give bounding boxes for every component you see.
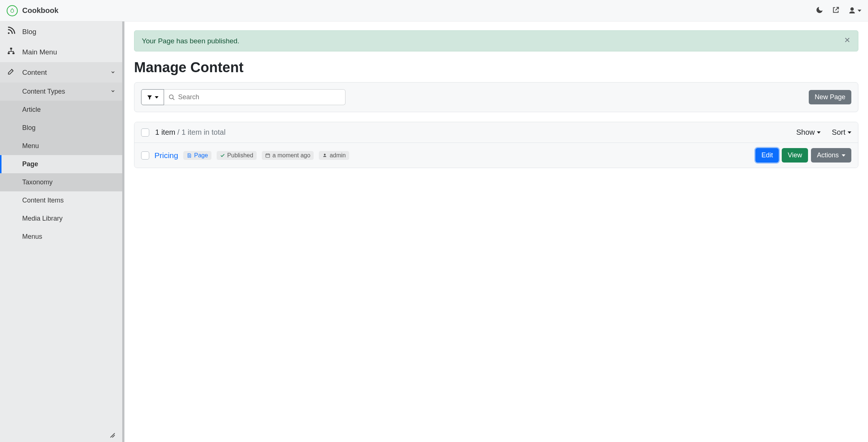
svg-point-0 bbox=[8, 32, 10, 34]
sidebar-item-content-items[interactable]: Content Items bbox=[0, 191, 122, 210]
count-primary: 1 item bbox=[155, 128, 175, 136]
caret-down-icon bbox=[848, 131, 851, 134]
sidebar-resize-handle[interactable] bbox=[0, 429, 122, 442]
badge-label: Published bbox=[227, 152, 253, 159]
brand-name: Cookbook bbox=[22, 6, 59, 15]
edit-icon bbox=[7, 67, 16, 77]
list-header: 1 item / 1 item in total Show Sort bbox=[134, 122, 858, 143]
alert-close-button[interactable] bbox=[844, 37, 851, 45]
select-all-checkbox[interactable] bbox=[141, 128, 149, 137]
sidebar-item-label: Main Menu bbox=[22, 48, 57, 56]
external-link-icon[interactable] bbox=[832, 6, 840, 16]
content-list: 1 item / 1 item in total Show Sort bbox=[134, 122, 858, 168]
calendar-icon bbox=[265, 153, 270, 158]
sidebar-type-taxonomy[interactable]: Taxonomy bbox=[0, 173, 122, 191]
user-menu[interactable] bbox=[848, 7, 861, 15]
success-alert: Your Page has been published. bbox=[134, 30, 858, 51]
new-page-button[interactable]: New Page bbox=[809, 90, 851, 104]
sort-dropdown[interactable]: Sort bbox=[832, 128, 851, 137]
edit-button[interactable]: Edit bbox=[755, 148, 779, 163]
count-secondary: 1 item in total bbox=[181, 128, 226, 136]
rss-icon bbox=[7, 27, 16, 37]
page-title: Manage Content bbox=[134, 60, 858, 76]
sidebar-item-label: Media Library bbox=[22, 215, 63, 222]
content-row: Pricing Page Published a moment ago bbox=[134, 143, 858, 168]
svg-rect-1 bbox=[10, 48, 12, 50]
sidebar-type-page[interactable]: Page bbox=[0, 155, 122, 173]
author-badge: admin bbox=[319, 151, 349, 160]
caret-down-icon bbox=[858, 10, 861, 12]
sidebar-type-menu[interactable]: Menu bbox=[0, 137, 122, 155]
svg-rect-2 bbox=[8, 53, 10, 54]
toolbar: New Page bbox=[134, 82, 858, 112]
badge-label: a moment ago bbox=[273, 152, 310, 159]
chevron-down-icon bbox=[110, 88, 116, 96]
topbar: Cookbook bbox=[0, 0, 868, 21]
dark-mode-icon[interactable] bbox=[815, 6, 824, 16]
sidebar-item-media-library[interactable]: Media Library bbox=[0, 210, 122, 228]
file-icon bbox=[187, 153, 192, 158]
row-checkbox[interactable] bbox=[141, 151, 149, 160]
sidebar-item-menus[interactable]: Menus bbox=[0, 228, 122, 246]
user-icon bbox=[322, 153, 327, 158]
check-icon bbox=[220, 153, 225, 158]
brand[interactable]: Cookbook bbox=[7, 5, 59, 16]
count-separator: / bbox=[175, 128, 181, 136]
button-label: Actions bbox=[817, 151, 839, 159]
sidebar-sub-content-types[interactable]: Content Types bbox=[0, 83, 122, 101]
sidebar-item-content[interactable]: Content bbox=[0, 62, 122, 83]
sidebar-item-label: Content Types bbox=[22, 88, 65, 96]
badge-label: admin bbox=[330, 152, 346, 159]
sidebar-item-label: Content bbox=[22, 68, 47, 77]
sidebar-item-label: Article bbox=[22, 106, 41, 114]
main-content: Your Page has been published. Manage Con… bbox=[124, 21, 868, 442]
sidebar-item-main-menu[interactable]: Main Menu bbox=[0, 42, 122, 62]
topbar-right bbox=[815, 6, 861, 16]
sidebar: Blog Main Menu Content Content Types bbox=[0, 21, 124, 442]
dropdown-label: Show bbox=[796, 128, 815, 137]
search-group bbox=[141, 89, 345, 105]
dropdown-label: Sort bbox=[832, 128, 845, 137]
sidebar-item-label: Menus bbox=[22, 233, 42, 241]
sidebar-item-label: Blog bbox=[22, 124, 36, 132]
search-input[interactable] bbox=[175, 90, 341, 105]
time-badge: a moment ago bbox=[262, 151, 314, 160]
sidebar-item-label: Content Items bbox=[22, 197, 64, 204]
svg-point-4 bbox=[169, 95, 173, 99]
show-dropdown[interactable]: Show bbox=[796, 128, 821, 137]
sidebar-type-blog[interactable]: Blog bbox=[0, 119, 122, 137]
search-icon bbox=[168, 94, 175, 101]
sidebar-item-label: Page bbox=[22, 160, 38, 168]
button-label: View bbox=[788, 151, 802, 159]
brand-logo-icon bbox=[7, 5, 18, 16]
button-label: New Page bbox=[815, 93, 845, 101]
sidebar-type-article[interactable]: Article bbox=[0, 101, 122, 119]
sidebar-item-label: Blog bbox=[22, 28, 36, 36]
actions-dropdown[interactable]: Actions bbox=[811, 148, 851, 163]
chevron-down-icon bbox=[110, 68, 116, 77]
status-badge: Published bbox=[217, 151, 257, 160]
filter-button[interactable] bbox=[141, 89, 164, 105]
type-badge: Page bbox=[183, 151, 211, 160]
svg-rect-5 bbox=[266, 154, 270, 157]
caret-down-icon bbox=[155, 96, 158, 98]
alert-message: Your Page has been published. bbox=[142, 37, 239, 45]
sidebar-item-label: Taxonomy bbox=[22, 178, 53, 186]
caret-down-icon bbox=[842, 154, 845, 157]
view-button[interactable]: View bbox=[782, 148, 808, 163]
badge-label: Page bbox=[194, 152, 208, 159]
sitemap-icon bbox=[7, 47, 16, 57]
filter-icon bbox=[147, 94, 153, 100]
item-count: 1 item / 1 item in total bbox=[155, 128, 226, 137]
sidebar-item-blog[interactable]: Blog bbox=[0, 21, 122, 42]
svg-rect-3 bbox=[13, 53, 14, 54]
row-title-link[interactable]: Pricing bbox=[154, 151, 178, 160]
sidebar-item-label: Menu bbox=[22, 142, 39, 150]
search-box bbox=[164, 89, 345, 105]
button-label: Edit bbox=[761, 151, 773, 159]
caret-down-icon bbox=[817, 131, 821, 134]
